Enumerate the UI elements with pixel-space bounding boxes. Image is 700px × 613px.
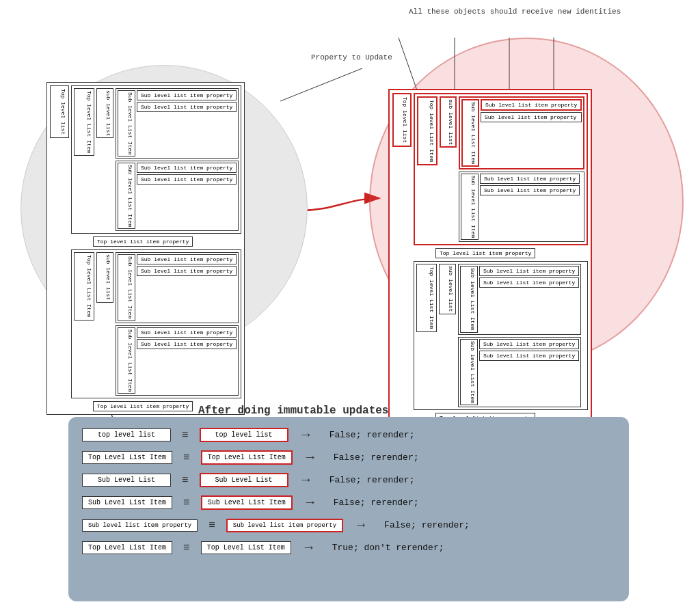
row2-right: Top Level List Item	[201, 450, 293, 465]
left-prop-2-2-1: Sub level list item property	[137, 327, 237, 338]
left-item1-label: Top level List Item	[74, 88, 94, 156]
left-top-list-label: Top level list	[50, 85, 69, 138]
left-prop-2-1-1: Sub level list item property	[137, 254, 237, 264]
row5-result: False; rerender;	[384, 520, 470, 530]
arrow-4: →	[306, 495, 314, 510]
arrow-5: →	[357, 517, 365, 533]
right-topprop-1: Top level list item property	[435, 248, 535, 258]
left-prop-1-2-2: Sub level list item property	[137, 174, 237, 185]
right-prop-2-1-1: Sub level list item property	[479, 266, 579, 276]
row3-left: Sub Level List	[82, 474, 171, 487]
row3-result: False; rerender;	[329, 475, 415, 485]
left-subitem2-1-label: Sub level List Item	[118, 254, 135, 321]
row2-result: False; rerender;	[334, 452, 419, 463]
right-item2-label: Top level List Item	[416, 264, 437, 331]
equals-3: ≡	[182, 474, 189, 487]
right-prop-1-1-1: Sub level list item property	[481, 99, 582, 111]
row5-right: Sub level list item property	[226, 519, 343, 532]
left-topprop-2: Top level list item property	[93, 401, 193, 411]
right-prop-1-2-2: Sub level list item property	[480, 185, 580, 195]
right-item1-sublist-label: sub level list	[440, 96, 457, 148]
left-subitem1-1-label: Sub level List Item	[118, 90, 135, 156]
right-prop-2-1-2: Sub level list item property	[479, 277, 579, 288]
right-prop-2-2-1: Sub level list item property	[479, 339, 579, 349]
left-item2-label: Top level List Item	[74, 252, 94, 320]
table-row-5: Sub level list item property ≡ Sub level…	[82, 517, 470, 533]
left-item2-sublist-label: sub level list	[96, 252, 113, 302]
equals-1: ≡	[182, 429, 189, 441]
row4-result: False; rerender;	[334, 498, 419, 508]
row1-left: top level list	[82, 428, 171, 441]
right-subitem1-2-label: Sub level List Item	[461, 174, 479, 240]
right-prop-1-2-1: Sub level list item property	[480, 174, 580, 184]
row1-result: False; rerender;	[329, 430, 415, 440]
left-prop-1-2-1: Sub level list item property	[137, 163, 237, 173]
arrow-6: →	[305, 540, 313, 556]
row4-right: Sub Level List Item	[201, 495, 293, 510]
left-prop-1-1-1: Sub level list item property	[137, 90, 237, 100]
left-topprop-1: Top level list item property	[93, 236, 193, 247]
left-prop-1-1-2: Sub level list item property	[137, 102, 237, 112]
right-item1-label: Top level List Item	[417, 96, 438, 165]
right-subitem2-1-label: Sub level List Item	[460, 266, 478, 332]
table-row-6: Top Level List Item ≡ Top Level List Ite…	[82, 540, 470, 556]
table-row-2: Top Level List Item ≡ Top Level List Ite…	[82, 450, 470, 465]
bottom-comparison-table: top level list ≡ top level list → False;…	[82, 427, 470, 556]
table-row-4: Sub Level List Item ≡ Sub Level List Ite…	[82, 495, 470, 510]
right-prop-2-2-2: Sub level list item property	[479, 351, 579, 361]
annotation-property-to-update: Property to Update	[311, 53, 392, 62]
row4-left: Sub Level List Item	[82, 496, 172, 509]
right-subitem2-2-label: Sub level List Item	[460, 339, 478, 405]
svg-line-6	[280, 68, 362, 101]
left-item1-sublist-label: sub level list	[96, 88, 113, 138]
equals-4: ≡	[183, 497, 190, 509]
row3-right: Sub Level List	[200, 473, 288, 487]
table-row-3: Sub Level List ≡ Sub Level List → False;…	[82, 472, 470, 488]
svg-line-2	[399, 38, 418, 92]
equals-6: ≡	[183, 542, 190, 554]
right-prop-1-1-2: Sub level list item property	[481, 112, 582, 122]
left-subitem2-2-label: Sub level List Item	[118, 327, 135, 394]
left-diagram: Top level list Top level List Item sub l…	[46, 82, 245, 415]
arrow-1: →	[302, 427, 310, 443]
row6-result: True; don't rerender;	[332, 543, 444, 553]
left-prop-2-2-2: Sub level list item property	[137, 339, 237, 349]
left-subitem1-2-label: Sub level List Item	[118, 163, 135, 229]
row2-left: Top Level List Item	[82, 451, 172, 464]
right-diagram: Top level list Top level List Item sub l…	[388, 89, 592, 427]
main-container: All these objects should receive new ide…	[0, 0, 700, 613]
row6-right: Top Level List Item	[201, 541, 291, 554]
arrow-3: →	[302, 472, 310, 488]
row6-left: Top Level List Item	[82, 541, 172, 554]
row1-right: top level list	[200, 428, 288, 442]
right-item2-sublist-label: sub level list	[439, 264, 456, 314]
right-top-list-label: Top level list	[392, 93, 412, 147]
right-subitem1-1-label: Sub level List Item	[461, 99, 479, 167]
annotation-new-identities: All these objects should receive new ide…	[409, 7, 621, 17]
left-prop-2-1-2: Sub level list item property	[137, 266, 237, 276]
equals-2: ≡	[183, 452, 190, 464]
annotation-after-immutable: After doing immutable updates	[198, 405, 388, 417]
table-row-1: top level list ≡ top level list → False;…	[82, 427, 470, 443]
equals-5: ≡	[208, 519, 215, 532]
arrow-2: →	[306, 450, 314, 465]
row5-left: Sub level list item property	[82, 519, 198, 532]
